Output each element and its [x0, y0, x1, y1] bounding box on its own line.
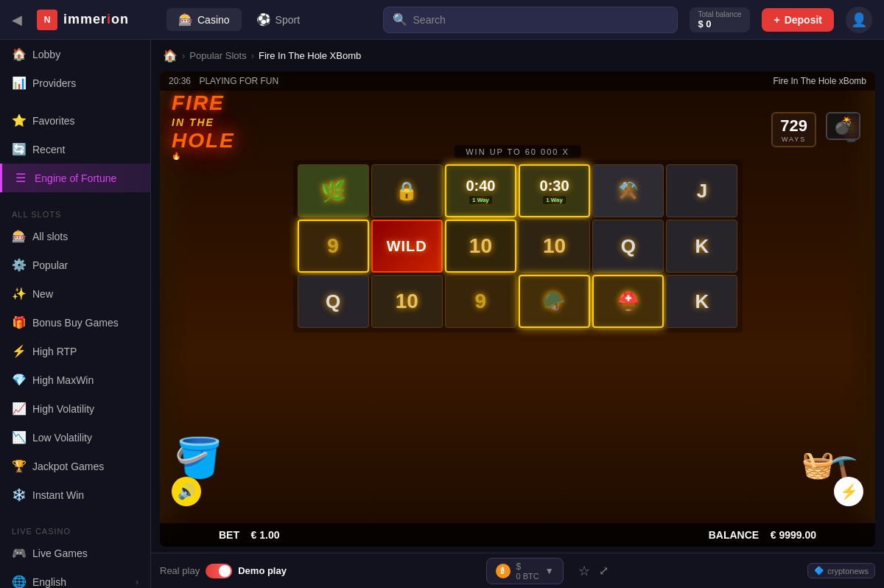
high-maxwin-icon: 💎 [12, 373, 25, 387]
sidebar-item-engine-of-fortune[interactable]: ☰ Engine of Fortune [0, 164, 150, 192]
barrel-decoration: 🪣 [175, 435, 222, 480]
content-area: 🏠 › Popular Slots › Fire In The Hole XBo… [151, 40, 884, 588]
game-area: 20:36 PLAYING FOR FUN Fire In The Hole x… [151, 71, 884, 553]
sidebar-providers-label: Providers [32, 77, 76, 89]
balance-label: Total balance [698, 10, 742, 18]
sidebar-item-high-volatility[interactable]: 📈 High Volatility [0, 394, 150, 423]
bonus-buy-icon: 🎁 [12, 315, 25, 329]
play-mode-toggle: Real play Demo play [160, 564, 287, 578]
sidebar-item-recent[interactable]: 🔄 Recent [0, 135, 150, 164]
deposit-button[interactable]: + Deposit [762, 8, 834, 32]
sidebar-item-language[interactable]: 🌐 English › [0, 567, 150, 588]
breadcrumb-popular-slots[interactable]: Popular Slots [189, 50, 246, 61]
sidebar-item-all-slots[interactable]: 🎰 All slots [0, 222, 150, 251]
breadcrumb-current: Fire In The Hole XBomb [259, 50, 361, 61]
grid-cell-7: WILD [371, 220, 443, 273]
sidebar-bonus-buy-label: Bonus Buy Games [32, 317, 119, 329]
grid-cell-16: ⛑️ [592, 275, 664, 328]
balance-value: $ 0 [698, 18, 742, 29]
casino-icon: 🎰 [178, 13, 193, 27]
favorite-star-button[interactable]: ☆ [578, 563, 590, 579]
crypto-usd: $ [516, 561, 539, 572]
all-slots-section-label: ALL SLOTS [0, 201, 150, 222]
home-breadcrumb-icon[interactable]: 🏠 [163, 49, 178, 63]
game-balance-label: BALANCE [709, 529, 759, 541]
logo-text: immerion [63, 12, 129, 27]
sidebar-high-maxwin-label: High MaxWin [32, 374, 94, 386]
sidebar-item-bonus-buy[interactable]: 🎁 Bonus Buy Games [0, 308, 150, 337]
sidebar-all-slots-label: All slots [32, 231, 68, 242]
crypto-amount: $ 0 BTC [516, 561, 539, 581]
sidebar-item-instant-win[interactable]: ❄️ Instant Win [0, 480, 150, 509]
search-input[interactable] [413, 14, 668, 26]
language-arrow-icon: › [136, 577, 138, 587]
game-grid: 🌿 🔒 0:40 1 Way 0:30 [293, 160, 743, 332]
sidebar-item-popular[interactable]: ⚙️ Popular [0, 251, 150, 279]
expand-game-button[interactable]: ⤢ [599, 564, 608, 578]
deposit-label: Deposit [785, 14, 822, 26]
game-frame: 20:36 PLAYING FOR FUN Fire In The Hole x… [160, 71, 875, 547]
back-button[interactable]: ◀ [12, 12, 22, 28]
bitcoin-icon: ₿ [496, 564, 511, 578]
ways-count: 729 [780, 116, 807, 136]
playing-status: PLAYING FOR FUN [199, 76, 278, 86]
sidebar-engine-label: Engine of Fortune [35, 172, 116, 184]
sidebar-recent-label: Recent [32, 144, 65, 155]
sidebar-item-lobby[interactable]: 🏠 Lobby [0, 40, 150, 69]
tab-sport[interactable]: ⚽ Sport [245, 8, 312, 31]
sidebar-high-volatility-label: High Volatility [32, 403, 94, 415]
demo-play-label: Demo play [238, 565, 287, 576]
search-bar[interactable]: 🔍 [383, 7, 678, 33]
recent-icon: 🔄 [12, 142, 25, 156]
sidebar-item-new[interactable]: ✨ New [0, 279, 150, 308]
grid-cell-6: 9 [298, 220, 369, 273]
grid-cell-2: 0:40 1 Way [445, 164, 516, 217]
sidebar-jackpot-label: Jackpot Games [32, 461, 104, 472]
sidebar-item-jackpot[interactable]: 🏆 Jackpot Games [0, 452, 150, 480]
jackpot-icon: 🏆 [12, 459, 25, 473]
tab-casino[interactable]: 🎰 Casino [166, 8, 242, 31]
header: ◀ N immerion 🎰 Casino ⚽ Sport 🔍 Total ba… [0, 0, 884, 40]
low-volatility-icon: 📉 [12, 430, 25, 444]
sound-button[interactable]: 🔊 [172, 477, 201, 506]
sidebar-new-label: New [32, 288, 53, 300]
play-mode-switch[interactable] [206, 564, 232, 578]
bet-label: BET [219, 529, 239, 541]
main-layout: 🏠 Lobby 📊 Providers ⭐ Favorites 🔄 Recent… [0, 40, 884, 588]
sack-decoration: 🧺 [801, 449, 835, 480]
lightning-button[interactable]: ⚡ [834, 477, 863, 506]
game-time-status: 20:36 PLAYING FOR FUN [169, 76, 278, 86]
grid-cell-14: 9 [445, 275, 516, 328]
grid-cell-0: 🌿 [298, 164, 369, 217]
grid-cell-15: 🪖 [519, 275, 590, 328]
new-icon: ✨ [12, 287, 25, 301]
sidebar-instant-win-label: Instant Win [32, 489, 84, 501]
crypto-btc: 0 BTC [516, 572, 539, 581]
sport-icon: ⚽ [256, 13, 271, 27]
favorites-icon: ⭐ [12, 113, 25, 127]
sidebar-item-providers[interactable]: 📊 Providers [0, 69, 150, 97]
sidebar: 🏠 Lobby 📊 Providers ⭐ Favorites 🔄 Recent… [0, 40, 151, 588]
win-up-to-text: WIN UP TO 60 000 X [466, 147, 569, 156]
grid-cell-8: 10 [445, 220, 516, 273]
sidebar-item-live-games[interactable]: 🎮 Live Games [0, 539, 150, 567]
sidebar-item-high-rtp[interactable]: ⚡ High RTP [0, 337, 150, 365]
crypto-selector[interactable]: ₿ $ 0 BTC ▼ [486, 558, 564, 584]
high-volatility-icon: 📈 [12, 402, 25, 416]
grid-cell-3: 0:30 1 Way [519, 164, 590, 217]
sidebar-item-high-maxwin[interactable]: 💎 High MaxWin [0, 365, 150, 394]
engine-icon: ☰ [14, 171, 27, 185]
grid-cell-5: J [666, 164, 737, 217]
bomb-badge: 💣 [826, 112, 860, 140]
game-grid-container: 🌿 🔒 0:40 1 Way 0:30 [293, 160, 743, 332]
game-top-bar: 20:36 PLAYING FOR FUN Fire In The Hole x… [160, 71, 875, 91]
live-games-icon: 🎮 [12, 546, 25, 560]
user-avatar-button[interactable]: 👤 [846, 7, 872, 33]
logo-area: N immerion [37, 10, 155, 30]
game-time: 20:36 [169, 76, 191, 86]
providers-icon: 📊 [12, 76, 25, 90]
sidebar-item-low-volatility[interactable]: 📉 Low Volatility [0, 423, 150, 452]
popular-icon: ⚙️ [12, 258, 25, 272]
grid-cell-12: Q [298, 275, 369, 328]
sidebar-item-favorites[interactable]: ⭐ Favorites [0, 106, 150, 135]
